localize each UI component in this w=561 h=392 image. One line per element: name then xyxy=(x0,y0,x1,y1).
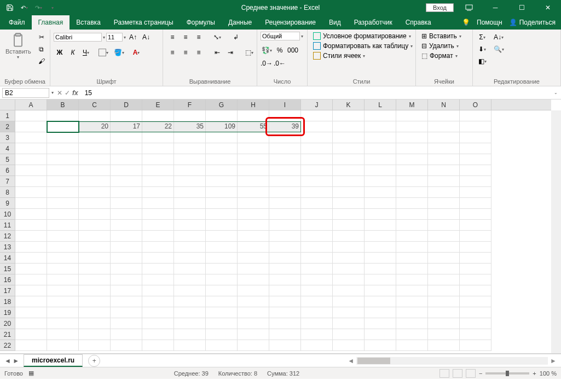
tab-insert[interactable]: Вставка xyxy=(70,15,107,30)
cell[interactable] xyxy=(428,274,460,285)
cell[interactable] xyxy=(206,318,238,329)
cell[interactable] xyxy=(15,307,47,318)
cell[interactable] xyxy=(301,264,333,274)
tab-help[interactable]: Справка xyxy=(399,15,438,30)
cell[interactable] xyxy=(460,121,491,132)
cell[interactable] xyxy=(142,340,174,351)
cell[interactable]: 15 xyxy=(47,121,79,132)
cell[interactable] xyxy=(111,154,142,165)
copy-icon[interactable]: ⧉ xyxy=(36,44,48,55)
cell[interactable] xyxy=(365,198,396,209)
zoom-level[interactable]: 100 % xyxy=(540,370,557,377)
cell[interactable] xyxy=(15,340,47,351)
fill-icon[interactable]: ⬇▾ xyxy=(476,44,488,55)
cell[interactable] xyxy=(47,318,79,329)
cell[interactable] xyxy=(47,274,79,285)
cell[interactable] xyxy=(333,329,365,340)
cell[interactable]: 55 xyxy=(238,121,269,132)
column-header[interactable]: E xyxy=(142,100,174,110)
column-header[interactable]: M xyxy=(396,100,428,110)
cell[interactable] xyxy=(301,220,333,231)
cell[interactable] xyxy=(111,187,142,198)
cell[interactable] xyxy=(238,198,269,209)
cell[interactable] xyxy=(396,220,428,231)
cell[interactable] xyxy=(111,318,142,329)
help-link[interactable]: Помощн xyxy=(477,19,502,26)
comma-icon[interactable]: 000 xyxy=(287,45,299,56)
cell[interactable] xyxy=(365,154,396,165)
cell[interactable] xyxy=(365,329,396,340)
normal-view-icon[interactable] xyxy=(439,369,449,378)
cell[interactable] xyxy=(301,121,333,132)
cell[interactable] xyxy=(333,165,365,176)
cell[interactable] xyxy=(79,274,111,285)
cell[interactable] xyxy=(460,165,491,176)
cell[interactable] xyxy=(15,264,47,274)
cell[interactable] xyxy=(301,318,333,329)
cell[interactable] xyxy=(174,264,206,274)
cell[interactable] xyxy=(460,231,491,242)
cell[interactable] xyxy=(396,165,428,176)
ribbon-display-icon[interactable] xyxy=(458,0,480,15)
percent-icon[interactable]: % xyxy=(274,45,286,56)
cell[interactable] xyxy=(206,176,238,187)
cell[interactable] xyxy=(365,296,396,307)
cell[interactable] xyxy=(396,318,428,329)
cell[interactable] xyxy=(269,154,301,165)
cell[interactable] xyxy=(269,231,301,242)
cell[interactable] xyxy=(111,242,142,253)
cell[interactable] xyxy=(47,110,79,121)
format-as-table-button[interactable]: Форматировать как таблицу▾ xyxy=(311,42,415,50)
cell[interactable] xyxy=(460,187,491,198)
zoom-out-icon[interactable]: − xyxy=(479,370,482,377)
cell[interactable] xyxy=(396,231,428,242)
cell[interactable] xyxy=(365,264,396,274)
cell[interactable] xyxy=(269,132,301,143)
cell[interactable] xyxy=(79,198,111,209)
cell[interactable] xyxy=(79,231,111,242)
underline-button[interactable]: Ч▾ xyxy=(80,47,92,58)
cell[interactable] xyxy=(396,340,428,351)
cell[interactable] xyxy=(174,231,206,242)
cell[interactable] xyxy=(142,220,174,231)
cell[interactable]: 35 xyxy=(174,121,206,132)
cell[interactable] xyxy=(333,231,365,242)
increase-decimal-icon[interactable]: .0→ xyxy=(261,58,273,69)
row-header[interactable]: 3 xyxy=(0,132,15,143)
cell[interactable] xyxy=(333,318,365,329)
cell[interactable] xyxy=(301,307,333,318)
tab-data[interactable]: Данные xyxy=(222,15,258,30)
cell[interactable] xyxy=(238,143,269,154)
cell[interactable] xyxy=(206,143,238,154)
cell[interactable] xyxy=(79,209,111,220)
decrease-indent-icon[interactable]: ⇤ xyxy=(211,47,223,58)
cell[interactable] xyxy=(79,242,111,253)
cell[interactable] xyxy=(238,176,269,187)
cell[interactable] xyxy=(111,285,142,296)
cell[interactable] xyxy=(301,154,333,165)
cell[interactable] xyxy=(365,285,396,296)
cell[interactable] xyxy=(111,132,142,143)
cell[interactable] xyxy=(365,187,396,198)
cell[interactable] xyxy=(269,220,301,231)
cell[interactable] xyxy=(111,198,142,209)
cell[interactable] xyxy=(333,307,365,318)
cell[interactable] xyxy=(206,132,238,143)
cell[interactable] xyxy=(142,307,174,318)
tab-layout[interactable]: Разметка страницы xyxy=(107,15,180,30)
expand-formula-icon[interactable]: ⌄ xyxy=(551,90,561,95)
cell[interactable] xyxy=(238,307,269,318)
cell[interactable] xyxy=(269,209,301,220)
cell[interactable] xyxy=(365,110,396,121)
row-header[interactable]: 1 xyxy=(0,110,15,121)
cell[interactable] xyxy=(47,220,79,231)
select-all[interactable] xyxy=(0,100,15,110)
row-header[interactable]: 16 xyxy=(0,274,15,285)
cell[interactable] xyxy=(174,220,206,231)
cell[interactable] xyxy=(15,154,47,165)
cell[interactable] xyxy=(174,187,206,198)
cell[interactable] xyxy=(428,253,460,264)
cell[interactable] xyxy=(15,296,47,307)
cell[interactable] xyxy=(174,165,206,176)
cell[interactable] xyxy=(460,253,491,264)
